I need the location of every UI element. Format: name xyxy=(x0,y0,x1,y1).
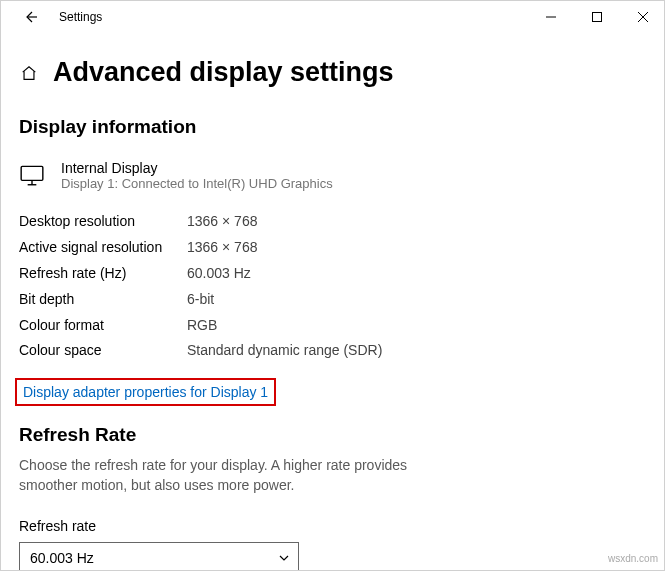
spec-value: 6-bit xyxy=(187,287,214,313)
refresh-rate-heading: Refresh Rate xyxy=(19,424,648,446)
svg-rect-5 xyxy=(21,166,43,180)
maximize-icon xyxy=(592,12,602,22)
svg-rect-2 xyxy=(593,12,602,21)
spec-label: Refresh rate (Hz) xyxy=(19,261,187,287)
page-header: Advanced display settings xyxy=(19,57,648,88)
spec-value: 1366 × 768 xyxy=(187,209,257,235)
home-icon[interactable] xyxy=(19,63,39,83)
display-connection: Display 1: Connected to Intel(R) UHD Gra… xyxy=(61,176,333,191)
refresh-rate-section: Refresh Rate Choose the refresh rate for… xyxy=(19,424,648,571)
spec-label: Colour space xyxy=(19,338,187,364)
spec-row: Colour space Standard dynamic range (SDR… xyxy=(19,338,648,364)
spec-value: 60.003 Hz xyxy=(187,261,251,287)
close-icon xyxy=(638,12,648,22)
spec-row: Colour format RGB xyxy=(19,313,648,339)
close-button[interactable] xyxy=(620,1,665,33)
display-adapter-properties-link[interactable]: Display adapter properties for Display 1 xyxy=(15,378,276,406)
content-area: Advanced display settings Display inform… xyxy=(1,33,665,571)
spec-value: 1366 × 768 xyxy=(187,235,257,261)
spec-row: Refresh rate (Hz) 60.003 Hz xyxy=(19,261,648,287)
maximize-button[interactable] xyxy=(574,1,620,33)
titlebar: Settings xyxy=(1,1,665,33)
refresh-rate-field-label: Refresh rate xyxy=(19,518,648,534)
monitor-icon xyxy=(19,162,47,190)
spec-value: Standard dynamic range (SDR) xyxy=(187,338,382,364)
spec-label: Bit depth xyxy=(19,287,187,313)
minimize-icon xyxy=(546,12,556,22)
refresh-rate-description: Choose the refresh rate for your display… xyxy=(19,456,449,495)
display-info-heading: Display information xyxy=(19,116,648,138)
display-identity: Internal Display Display 1: Connected to… xyxy=(19,160,648,191)
refresh-rate-select[interactable]: 60.003 Hz xyxy=(19,542,299,571)
display-name: Internal Display xyxy=(61,160,333,176)
spec-value: RGB xyxy=(187,313,217,339)
back-button[interactable] xyxy=(19,5,43,29)
spec-label: Desktop resolution xyxy=(19,209,187,235)
spec-row: Desktop resolution 1366 × 768 xyxy=(19,209,648,235)
watermark: wsxdn.com xyxy=(608,553,658,564)
arrow-left-icon xyxy=(23,9,39,25)
spec-label: Colour format xyxy=(19,313,187,339)
spec-row: Active signal resolution 1366 × 768 xyxy=(19,235,648,261)
spec-label: Active signal resolution xyxy=(19,235,187,261)
spec-row: Bit depth 6-bit xyxy=(19,287,648,313)
window-controls xyxy=(528,1,665,33)
refresh-rate-selected-value: 60.003 Hz xyxy=(30,550,94,566)
page-title: Advanced display settings xyxy=(53,57,394,88)
window-title: Settings xyxy=(59,10,102,24)
spec-list: Desktop resolution 1366 × 768 Active sig… xyxy=(19,209,648,364)
chevron-down-icon xyxy=(278,552,290,564)
minimize-button[interactable] xyxy=(528,1,574,33)
